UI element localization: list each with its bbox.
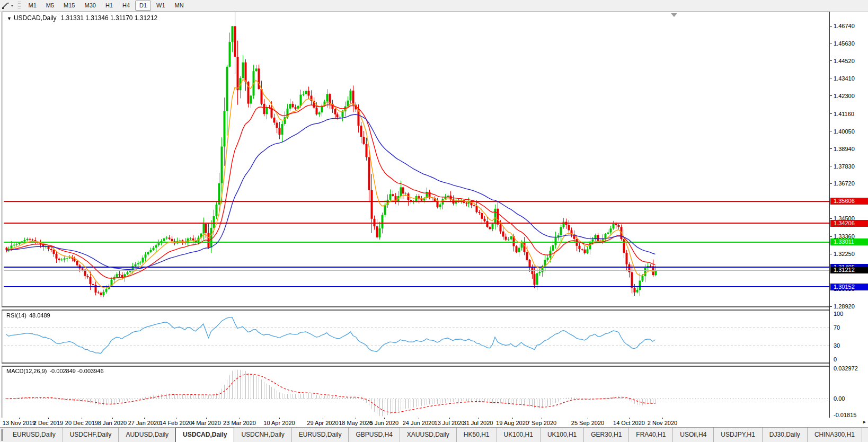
date-tick-mark bbox=[662, 418, 663, 419]
hline-price-label[interactable]: 1.33011 bbox=[830, 238, 868, 245]
tab-fra40-h1[interactable]: FRA40,H1 bbox=[628, 428, 672, 442]
pane-splitter-main-rsi[interactable] bbox=[2, 306, 868, 311]
tab-usdcnh-daily[interactable]: USDCNH,Daily bbox=[234, 428, 291, 442]
price-tick-mark bbox=[830, 43, 832, 43]
timeframe-button-m5[interactable]: M5 bbox=[42, 1, 58, 11]
macd-values: -0.002849 -0.003946 bbox=[49, 368, 103, 374]
date-label: 23 Mar 2020 bbox=[223, 420, 256, 426]
symbol-tabbar: EURUSD,DailyUSDCHF,DailyAUDUSD,DailyUSDC… bbox=[0, 427, 868, 442]
timeframe-button-w1[interactable]: W1 bbox=[152, 1, 170, 11]
price-axis[interactable]: 1.467401.456301.445201.434101.423001.411… bbox=[829, 12, 868, 418]
price-tick-label: 1.42300 bbox=[834, 93, 855, 99]
date-scroll-right-icon[interactable]: ▸ bbox=[863, 419, 866, 425]
tab-hk50-h1[interactable]: HK50,H1 bbox=[456, 428, 497, 442]
date-label: 20 Dec 2019 bbox=[65, 420, 98, 426]
date-label: 2 Nov 2020 bbox=[648, 420, 677, 426]
tab-ger30-h1[interactable]: GER30,H1 bbox=[583, 428, 628, 442]
price-tick-label: 1.32250 bbox=[834, 251, 855, 257]
tab-usoil-h1[interactable]: USOil,H1 bbox=[862, 428, 868, 442]
price-tick-label: 1.28920 bbox=[834, 303, 855, 310]
main-price-chart[interactable] bbox=[4, 12, 829, 306]
hline-price-label[interactable]: 1.30152 bbox=[830, 284, 868, 290]
hline-price-label[interactable]: 1.35606 bbox=[830, 198, 868, 205]
tab-usdchf-daily[interactable]: USDCHF,Daily bbox=[63, 428, 119, 442]
tool-dropdown-caret-icon[interactable]: ▾ bbox=[11, 4, 13, 8]
timeframe-button-d1[interactable]: D1 bbox=[135, 1, 151, 11]
date-label: 14 Feb 2020 bbox=[160, 420, 192, 426]
timeframe-buttons: M1M5M15M30H1H4D1W1MN bbox=[24, 0, 189, 11]
tab-uk100-h1[interactable]: UK100,H1 bbox=[497, 428, 540, 442]
price-tick-mark bbox=[830, 148, 832, 149]
rsi-value: 48.0489 bbox=[29, 312, 50, 319]
date-tick-mark bbox=[629, 418, 630, 419]
date-label: 27 Jan 2020 bbox=[128, 420, 161, 426]
price-tick-mark bbox=[830, 183, 832, 184]
chart-ohlc-values: 1.31331 1.31346 1.31170 1.31212 bbox=[61, 14, 158, 22]
chart-shift-marker[interactable] bbox=[671, 13, 677, 17]
date-tick-mark bbox=[19, 418, 20, 419]
price-tick-mark bbox=[830, 78, 832, 78]
macd-axis-label: 0.00 bbox=[834, 395, 845, 402]
rsi-axis-label: 0 bbox=[834, 356, 837, 363]
timeframe-button-mn[interactable]: MN bbox=[171, 1, 188, 11]
tab-eurusd-daily[interactable]: EURUSD,Daily bbox=[6, 428, 63, 442]
price-tick-mark bbox=[830, 254, 832, 254]
price-tick-label: 1.36720 bbox=[834, 180, 855, 187]
rsi-axis-label: 30 bbox=[834, 342, 840, 349]
date-label: 13 Nov 2019 bbox=[3, 420, 36, 426]
date-tick-mark bbox=[206, 418, 207, 419]
date-tick-mark bbox=[419, 418, 419, 419]
tab-usdcad-daily[interactable]: USDCAD,Daily bbox=[175, 428, 234, 442]
tab-usoil-h4[interactable]: USOil,H4 bbox=[672, 428, 713, 442]
date-tick-mark bbox=[48, 418, 49, 419]
price-tick-mark bbox=[830, 218, 832, 219]
price-tick-mark bbox=[830, 95, 832, 96]
tab-uk100-h1[interactable]: UK100,H1 bbox=[540, 428, 583, 442]
title-caret-icon[interactable]: ▼ bbox=[7, 16, 12, 21]
tab-dj30-daily[interactable]: DJ30,Daily bbox=[762, 428, 807, 442]
macd-axis-label: 0.032972 bbox=[834, 365, 858, 372]
crosshair-tool-icon[interactable] bbox=[2, 2, 10, 10]
tab-xauusd-daily[interactable]: XAUUSD,Daily bbox=[400, 428, 456, 442]
date-label: 19 Aug 2020 bbox=[496, 420, 529, 426]
price-tick-label: 1.46740 bbox=[834, 23, 855, 29]
tab-china300-h1[interactable]: CHINA300,H1 bbox=[807, 428, 862, 442]
tab-eurusd-daily[interactable]: EURUSD,Daily bbox=[291, 428, 349, 442]
price-tick-mark bbox=[830, 236, 832, 237]
date-tick-mark bbox=[112, 418, 113, 419]
date-label: 2 Dec 2019 bbox=[33, 420, 63, 426]
timeframe-button-h4[interactable]: H4 bbox=[118, 1, 134, 11]
date-tick-mark bbox=[542, 418, 542, 419]
rsi-axis-label: 70 bbox=[834, 324, 840, 331]
pane-splitter-rsi-macd[interactable] bbox=[2, 363, 868, 367]
price-tick-label: 1.43410 bbox=[834, 75, 855, 82]
timeframe-button-m15[interactable]: M15 bbox=[59, 1, 79, 11]
tab-audusd-daily[interactable]: AUDUSD,Daily bbox=[118, 428, 175, 442]
toolbar-grip[interactable] bbox=[17, 2, 21, 10]
date-label: 24 Jun 2020 bbox=[403, 420, 435, 426]
date-axis[interactable]: ▸ 13 Nov 20192 Dec 201920 Dec 20198 Jan … bbox=[2, 418, 868, 427]
price-tick-label: 1.37830 bbox=[834, 163, 855, 170]
macd-name: MACD(12,26,9) bbox=[6, 368, 47, 374]
date-label: 5 Jun 2020 bbox=[370, 420, 398, 426]
hline-price-label[interactable]: 1.34206 bbox=[830, 220, 868, 227]
price-tick-mark bbox=[830, 166, 832, 166]
date-tick-mark bbox=[356, 418, 356, 419]
macd-indicator-chart[interactable] bbox=[4, 367, 829, 418]
price-tick-mark bbox=[830, 60, 832, 61]
timeframe-button-m30[interactable]: M30 bbox=[80, 1, 100, 11]
price-tick-label: 1.38940 bbox=[834, 146, 855, 152]
date-tick-mark bbox=[144, 418, 145, 419]
timeframe-button-h1[interactable]: H1 bbox=[101, 1, 117, 11]
date-tick-mark bbox=[82, 418, 82, 419]
price-tick-label: 1.44520 bbox=[834, 58, 855, 64]
tab-gbpusd-h4[interactable]: GBPUSD,H4 bbox=[348, 428, 399, 442]
date-label: 29 Apr 2020 bbox=[307, 420, 338, 426]
current-price-label[interactable]: 1.31212 bbox=[830, 267, 868, 273]
tab-usdjpy-h1[interactable]: USDJPY,H1 bbox=[713, 428, 761, 442]
price-tick-mark bbox=[830, 131, 832, 131]
timeframe-button-m1[interactable]: M1 bbox=[24, 1, 41, 11]
tabbar-grip[interactable] bbox=[1, 429, 3, 441]
rsi-indicator-chart[interactable] bbox=[4, 311, 829, 363]
price-tick-label: 1.40050 bbox=[834, 128, 855, 135]
